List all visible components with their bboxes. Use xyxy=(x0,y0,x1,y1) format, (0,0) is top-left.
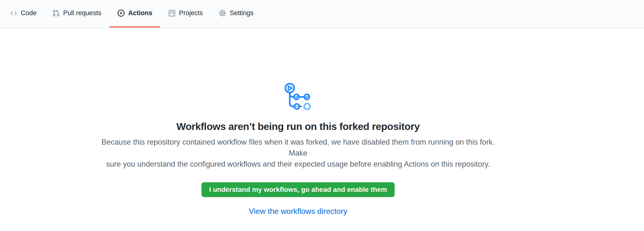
tab-label: Pull requests xyxy=(63,10,102,17)
blankslate-description: Because this repository contained workfl… xyxy=(93,137,503,170)
view-workflows-directory-link[interactable]: View the workflows directory xyxy=(249,207,347,215)
git-pull-request-icon xyxy=(52,10,60,17)
tab-projects[interactable]: Projects xyxy=(161,0,210,28)
description-line: sure you understand the configured workf… xyxy=(93,159,503,170)
play-circle-icon xyxy=(117,9,125,17)
description-line: Because this repository contained workfl… xyxy=(93,137,503,159)
tab-label: Actions xyxy=(128,10,152,17)
tab-label: Settings xyxy=(230,10,254,17)
enable-workflows-button[interactable]: I understand my workflows, go ahead and … xyxy=(202,182,394,197)
tab-pull-requests[interactable]: Pull requests xyxy=(45,0,109,28)
actions-main: Workflows aren’t being run on this forke… xyxy=(0,28,644,216)
tab-label: Projects xyxy=(179,10,203,17)
repo-tab-nav: Code Pull requests Actions xyxy=(0,0,644,28)
tab-settings[interactable]: Settings xyxy=(211,0,261,28)
workflows-link-row: View the workflows directory xyxy=(93,207,503,216)
tab-label: Code xyxy=(21,10,37,17)
gear-icon xyxy=(219,9,226,17)
workflows-disabled-blankslate: Workflows aren’t being run on this forke… xyxy=(93,28,503,216)
code-icon xyxy=(10,10,17,17)
tab-code[interactable]: Code xyxy=(2,0,44,28)
blankslate-heading: Workflows aren’t being run on this forke… xyxy=(93,119,503,134)
project-board-icon xyxy=(168,10,176,17)
tab-actions[interactable]: Actions xyxy=(110,0,160,28)
workflow-graph-icon xyxy=(93,83,503,111)
